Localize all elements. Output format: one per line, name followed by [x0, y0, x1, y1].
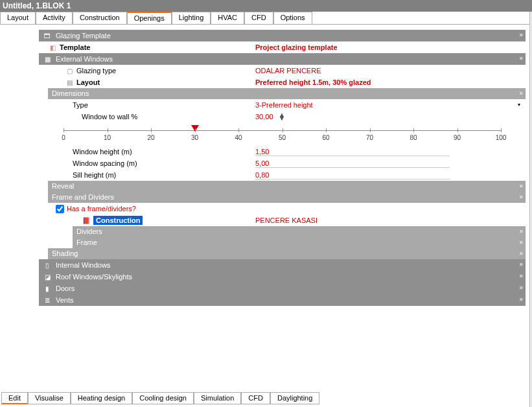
template-icon: 🗔 [43, 31, 52, 40]
btab-edit[interactable]: Edit [1, 392, 28, 404]
slider-tick [370, 128, 371, 132]
type-value: 3-Preferred height [255, 101, 313, 109]
expand-icon: » [519, 227, 522, 235]
template-label: Template [60, 43, 90, 51]
slider-tick [195, 128, 196, 132]
slider-tick-label: 80 [410, 134, 417, 141]
spinner-control[interactable]: ▲▼ [279, 113, 286, 120]
shading-label: Shading [52, 250, 78, 257]
subsection-shading[interactable]: Shading » [48, 248, 526, 259]
dropdown-caret-icon[interactable]: ▾ [518, 102, 520, 108]
row-construction[interactable]: 📕Construction PENCERE KASASI [39, 215, 526, 226]
expand-icon: » [519, 250, 522, 257]
frame-dividers-label: Frame and Dividers [52, 193, 114, 201]
subsection-reveal[interactable]: Reveal » [48, 181, 526, 192]
content-panel: 🗔 Glazing Template » ◧Template Project g… [0, 25, 532, 306]
layout-value: Preferred height 1.5m, 30% glazed [255, 78, 371, 86]
section-doors[interactable]: ▮ Doors » [39, 283, 526, 294]
scrollbar-placeholder[interactable] [529, 12, 532, 407]
slider-tick-label: 40 [235, 134, 242, 141]
tab-lighting[interactable]: Lighting [172, 12, 211, 24]
collapse-icon: » [519, 89, 522, 97]
tab-activity[interactable]: Activity [36, 12, 73, 24]
row-window-height[interactable]: Window height (m) 1,50 [39, 146, 526, 157]
roof-window-icon: ◪ [43, 272, 52, 281]
window-height-value[interactable]: 1,50 [255, 148, 450, 156]
slider-container: 0102030405060708090100 [39, 122, 526, 146]
slider-tick [64, 128, 64, 132]
tab-cfd[interactable]: CFD [244, 12, 273, 24]
top-tab-bar: Layout Activity Construction Openings Li… [0, 12, 532, 25]
glazing-type-value: ODALAR PENCERE [255, 67, 321, 75]
btab-visualise[interactable]: Visualise [28, 392, 71, 404]
section-vents[interactable]: ≣ Vents » [39, 294, 526, 306]
btab-simulation[interactable]: Simulation [194, 392, 241, 404]
section-internal-windows[interactable]: ▯ Internal Windows » [39, 259, 526, 271]
section-roof-windows[interactable]: ◪ Roof Windows/Skylights » [39, 271, 526, 283]
layout-icon: ▤ [65, 78, 74, 87]
slider-tick-label: 70 [366, 134, 373, 141]
subsection-frame-dividers[interactable]: Frame and Dividers » [48, 192, 526, 203]
expand-icon: » [519, 284, 522, 291]
row-layout[interactable]: ▤Layout Preferred height 1.5m, 30% glaze… [39, 76, 526, 88]
window-spacing-value[interactable]: 5,00 [255, 159, 450, 168]
has-frame-checkbox[interactable] [56, 205, 64, 213]
construction-icon: 📕 [82, 216, 91, 225]
slider-tick [501, 128, 502, 132]
row-sill-height[interactable]: Sill height (m) 0,80 [39, 169, 526, 181]
tab-hvac[interactable]: HVAC [211, 12, 244, 24]
row-template[interactable]: ◧Template Project glazing template [39, 41, 526, 53]
window-spacing-label: Window spacing (m) [73, 159, 137, 167]
section-label: Glazing Template [56, 32, 111, 40]
frame-label: Frame [76, 238, 97, 246]
slider-tick-label: 90 [454, 134, 461, 141]
btab-cooling[interactable]: Cooling design [132, 392, 194, 404]
construction-label: Construction [93, 216, 143, 225]
section-label: External Windows [56, 55, 113, 63]
btab-daylighting[interactable]: Daylighting [270, 392, 319, 404]
slider-tick [151, 128, 152, 132]
tab-construction[interactable]: Construction [73, 12, 127, 24]
tab-options[interactable]: Options [273, 12, 312, 24]
slider-tick [108, 128, 108, 132]
template-item-icon: ◧ [48, 43, 57, 52]
row-has-frame[interactable]: Has a frame/dividers? [39, 203, 526, 215]
wtw-slider[interactable]: 0102030405060708090100 [64, 126, 501, 145]
slider-tick-label: 20 [147, 134, 154, 141]
expand-icon: » [519, 182, 522, 189]
wtw-value: 30,00 [255, 113, 273, 121]
slider-tick [283, 128, 283, 132]
vent-icon: ≣ [43, 296, 52, 305]
template-value: Project glazing template [255, 43, 338, 51]
subsection-frame[interactable]: Frame » [73, 237, 526, 248]
dimensions-label: Dimensions [52, 89, 89, 97]
slider-tick [457, 128, 458, 132]
internal-window-icon: ▯ [43, 261, 52, 270]
window-height-label: Window height (m) [73, 148, 132, 156]
bottom-tab-bar: Edit Visualise Heating design Cooling de… [1, 392, 319, 404]
slider-tick-label: 60 [322, 134, 329, 141]
row-glazing-type[interactable]: ▢Glazing type ODALAR PENCERE [39, 65, 526, 76]
expand-icon: » [519, 238, 522, 246]
slider-tick-label: 10 [104, 134, 111, 141]
slider-tick-label: 30 [191, 134, 198, 141]
slider-tick [413, 128, 414, 132]
collapse-icon: » [519, 193, 522, 200]
collapse-icon: » [519, 54, 522, 62]
construction-value: PENCERE KASASI [255, 216, 318, 224]
section-external-windows[interactable]: ▦ External Windows » [39, 53, 526, 65]
subsection-dimensions[interactable]: Dimensions » [48, 88, 526, 99]
tab-openings[interactable]: Openings [127, 12, 172, 24]
glazing-type-label: Glazing type [76, 67, 116, 75]
tab-layout[interactable]: Layout [0, 12, 36, 24]
subsection-dividers[interactable]: Dividers » [73, 226, 526, 237]
expand-icon: » [519, 272, 522, 279]
row-window-to-wall[interactable]: Window to wall % 30,00 ▲▼ [39, 111, 526, 122]
btab-heating[interactable]: Heating design [71, 392, 132, 404]
row-window-spacing[interactable]: Window spacing (m) 5,00 [39, 157, 526, 169]
btab-cfd[interactable]: CFD [241, 392, 270, 404]
dividers-label: Dividers [76, 227, 102, 235]
row-type[interactable]: Type 3-Preferred height ▾ [39, 99, 526, 111]
section-glazing-template[interactable]: 🗔 Glazing Template » [39, 30, 526, 41]
sill-height-value[interactable]: 0,80 [255, 171, 450, 180]
